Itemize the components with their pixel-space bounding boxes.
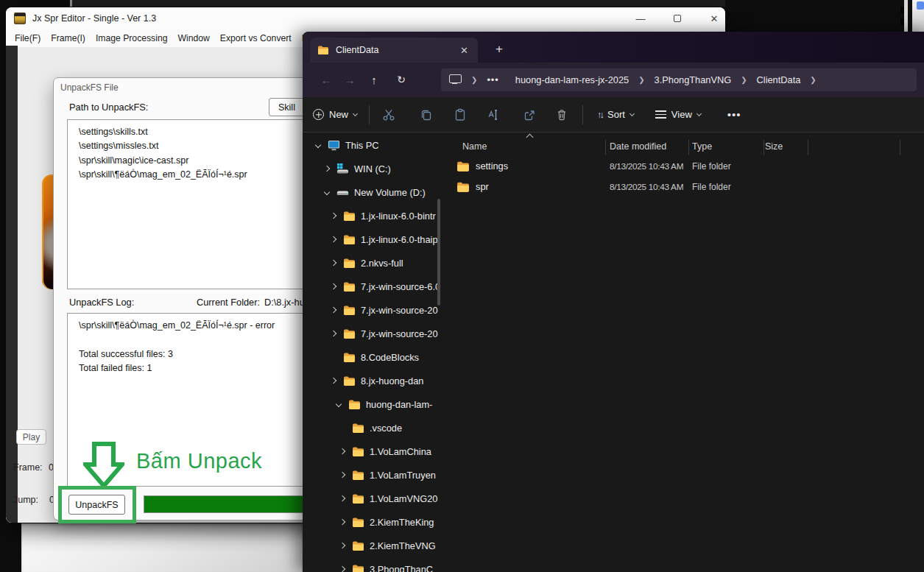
play-button[interactable]: Play — [16, 429, 46, 445]
jx-app-icon — [14, 13, 26, 24]
sidebar-item-label: 2.KiemTheKing — [370, 517, 434, 528]
chevron-right-icon[interactable] — [331, 283, 336, 289]
folder-icon — [352, 492, 364, 505]
desktop-top-strip — [71, 0, 725, 7]
chevron-down-icon[interactable] — [324, 189, 330, 195]
sidebar-item-2-kiemtheking[interactable]: 2.KiemTheKing — [303, 510, 445, 534]
sidebar-item-8-jx-huong-dan[interactable]: 8.jx-huong-dan — [303, 369, 445, 392]
sidebar-item-7-jx-win-source-6-0[interactable]: 7.jx-win-source-6.0 — [303, 275, 445, 298]
chevron-right-icon[interactable] — [331, 236, 336, 242]
sidebar-item-7-jx-win-source-20[interactable]: 7.jx-win-source-20 — [303, 322, 445, 345]
column-name[interactable]: Name — [462, 141, 487, 152]
menu-item[interactable]: Image Processing — [91, 33, 173, 43]
sidebar-item-3-phongthanc[interactable]: 3.PhongThanC — [303, 557, 445, 572]
sidebar-item-new-volume-d-[interactable]: New Volume (D:) — [303, 180, 445, 204]
chevron-right-icon[interactable] — [331, 307, 336, 313]
dialog-title: UnpackFS File — [60, 82, 119, 93]
rename-icon[interactable] — [485, 107, 500, 122]
chevron-right-icon[interactable] — [339, 448, 345, 454]
path-list-textarea[interactable]: \settings\skills.txt\settings\missles.tx… — [67, 119, 314, 289]
share-icon[interactable] — [522, 107, 537, 122]
pc-icon — [328, 139, 340, 152]
text-line: \spr\skill\magic\ice-cast.spr — [79, 154, 303, 168]
view-icon — [655, 110, 666, 118]
column-date[interactable]: Date modified — [610, 141, 666, 152]
menu-item[interactable]: Window — [172, 33, 214, 43]
refresh-button[interactable]: ↻ — [393, 71, 409, 88]
cut-icon[interactable] — [381, 107, 396, 122]
sidebar-item-huong-dan-lam-[interactable]: huong-dan-lam- — [303, 392, 445, 416]
back-button[interactable]: ← — [318, 71, 334, 88]
sidebar-item-1-jx-linux-6-0-bintr[interactable]: 1.jx-linux-6.0-bintr — [303, 204, 445, 227]
copy-icon[interactable] — [419, 107, 434, 122]
sidebar-item-win-c-[interactable]: WIN (C:) — [303, 157, 445, 180]
sidebar-item-label: 2.nkvs-full — [361, 258, 403, 269]
chevron-right-icon[interactable] — [331, 260, 336, 266]
chevron-right-icon[interactable] — [339, 495, 345, 501]
sidebar-item-2-nkvs-full[interactable]: 2.nkvs-full — [303, 251, 445, 275]
chevron-down-icon[interactable] — [315, 142, 321, 148]
sidebar-item-label: 3.PhongThanC — [370, 564, 433, 572]
sidebar-item-8-codeblocks[interactable]: 8.CodeBlocks — [303, 345, 445, 369]
explorer-file-pane: Name Date modified Type Size settings8/1… — [445, 133, 924, 572]
column-header-row: Name Date modified Type Size — [445, 135, 924, 155]
breadcrumb-item[interactable]: 3.PhongThanVNG — [655, 74, 732, 85]
menu-item[interactable]: Frame(I) — [46, 33, 91, 43]
tab-close-icon[interactable]: ✕ — [458, 45, 470, 56]
breadcrumb-chevron-icon: ❯ — [731, 76, 756, 84]
folder-icon — [343, 210, 356, 222]
breadcrumb-item[interactable]: huong-dan-lam-res-jx-2025 — [515, 74, 629, 85]
file-row[interactable]: settings8/13/2025 10:43 AMFile folder — [445, 156, 924, 177]
plus-icon — [313, 109, 324, 120]
minimize-button[interactable]: — — [624, 7, 657, 29]
menu-item[interactable]: File(F) — [10, 33, 46, 43]
chevron-right-icon[interactable] — [339, 543, 345, 548]
chevron-right-icon[interactable] — [331, 331, 336, 336]
new-tab-button[interactable]: + — [489, 39, 509, 60]
breadcrumb-bar[interactable]: ❯ ••• huong-dan-lam-res-jx-2025❯3.PhongT… — [441, 68, 917, 91]
chevron-right-icon[interactable] — [331, 213, 336, 219]
jx-titlebar: Jx Spr Editor - Single - Ver 1.3 — ✕ — [6, 7, 725, 29]
sidebar-item-label: 1.VoLamChina — [370, 446, 431, 457]
chevron-right-icon[interactable] — [331, 378, 336, 384]
folder-icon — [456, 160, 470, 173]
column-type[interactable]: Type — [692, 141, 712, 152]
sidebar-item-1-volamchina[interactable]: 1.VoLamChina — [303, 439, 445, 463]
breadcrumb-item[interactable]: ClientData — [757, 74, 801, 85]
jump-label: Jump: — [13, 495, 38, 505]
breadcrumb-ellipsis[interactable]: ••• — [487, 74, 498, 85]
more-options-button[interactable]: ••• — [727, 108, 741, 121]
breadcrumb-chevron-icon: ❯ — [629, 76, 654, 84]
sort-button[interactable]: ↑↓ Sort — [597, 109, 634, 120]
sidebar-item-1-volamtruyen[interactable]: 1.VoLamTruyen — [303, 463, 445, 487]
sidebar-item-7-jx-win-source-20[interactable]: 7.jx-win-source-20 — [303, 298, 445, 322]
paste-icon[interactable] — [453, 107, 468, 122]
chevron-right-icon[interactable] — [339, 519, 345, 525]
maximize-button[interactable] — [661, 7, 694, 29]
unpackfs-button[interactable]: UnpackFS — [68, 495, 125, 515]
menu-item[interactable]: Export vs Convert — [215, 33, 297, 43]
forward-button[interactable]: → — [342, 71, 358, 88]
sidebar-item-label: 2.KiemTheVNG — [370, 540, 436, 551]
green-arrow-annotation — [83, 442, 124, 489]
sidebar-item-this-pc[interactable]: This PC — [303, 133, 445, 157]
sidebar-item--vscode[interactable]: .vscode — [303, 416, 445, 439]
sidebar-item-2-kiemthevng[interactable]: 2.KiemTheVNG — [303, 534, 445, 557]
up-button[interactable]: ↑ — [366, 71, 382, 88]
file-row[interactable]: spr8/13/2025 10:43 AMFile folder — [445, 177, 924, 197]
sidebar-item-1-volamvng20[interactable]: 1.VoLamVNG20 — [303, 487, 445, 510]
close-button[interactable]: ✕ — [698, 7, 730, 29]
chevron-down-icon[interactable] — [336, 401, 342, 407]
column-size[interactable]: Size — [765, 141, 783, 152]
sort-icon: ↑↓ — [597, 109, 602, 120]
chevron-right-icon[interactable] — [339, 566, 345, 572]
delete-icon[interactable] — [554, 107, 569, 122]
chevron-right-icon[interactable] — [324, 166, 330, 172]
explorer-tab[interactable]: ClientData ✕ — [310, 38, 478, 63]
view-button[interactable]: View — [655, 109, 701, 120]
new-button[interactable]: New — [313, 109, 357, 120]
sidebar-scrollbar[interactable] — [437, 199, 440, 306]
sidebar-item-1-jx-linux-6-0-thaip[interactable]: 1.jx-linux-6.0-thaip — [303, 227, 445, 251]
folder-icon — [352, 445, 364, 458]
chevron-right-icon[interactable] — [339, 472, 345, 478]
